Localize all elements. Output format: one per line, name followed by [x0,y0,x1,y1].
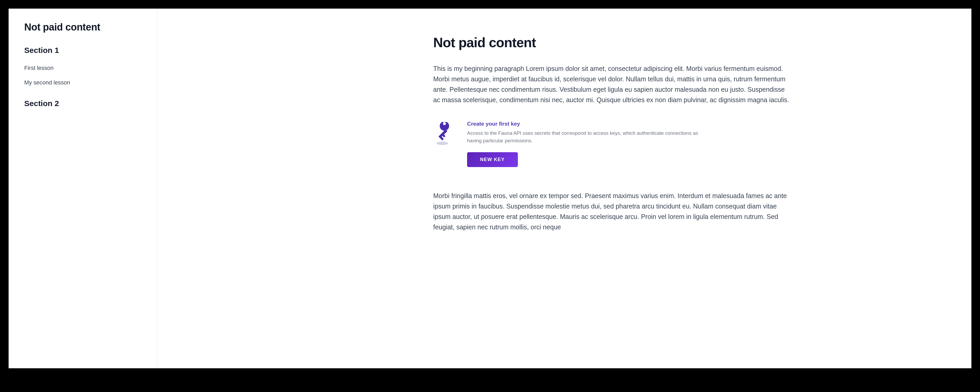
key-icon [433,121,457,147]
sidebar-title: Not paid content [24,22,141,33]
section-heading-2[interactable]: Section 2 [24,99,141,108]
callout-card: Create your first key Access to the Faun… [433,118,793,170]
second-paragraph: Morbi fringilla mattis eros, vel ornare … [433,191,793,232]
main-content: Not paid content This is my beginning pa… [157,9,971,368]
callout-content: Create your first key Access to the Faun… [467,121,793,167]
callout-description: Access to the Fauna API uses secrets tha… [467,129,707,144]
page-frame: Not paid content Section 1 First lesson … [9,9,971,368]
content-wrapper: Not paid content This is my beginning pa… [433,35,793,232]
intro-paragraph: This is my beginning paragraph Lorem ips… [433,63,793,105]
svg-point-0 [436,142,448,145]
svg-rect-3 [438,129,447,139]
section-heading-1[interactable]: Section 1 [24,46,141,55]
lesson-item-second[interactable]: My second lesson [24,79,141,86]
callout-title[interactable]: Create your first key [467,121,793,127]
page-title: Not paid content [433,35,793,50]
new-key-button[interactable]: NEW KEY [467,152,518,167]
lesson-item-first[interactable]: First lesson [24,65,141,72]
sidebar: Not paid content Section 1 First lesson … [9,9,157,368]
